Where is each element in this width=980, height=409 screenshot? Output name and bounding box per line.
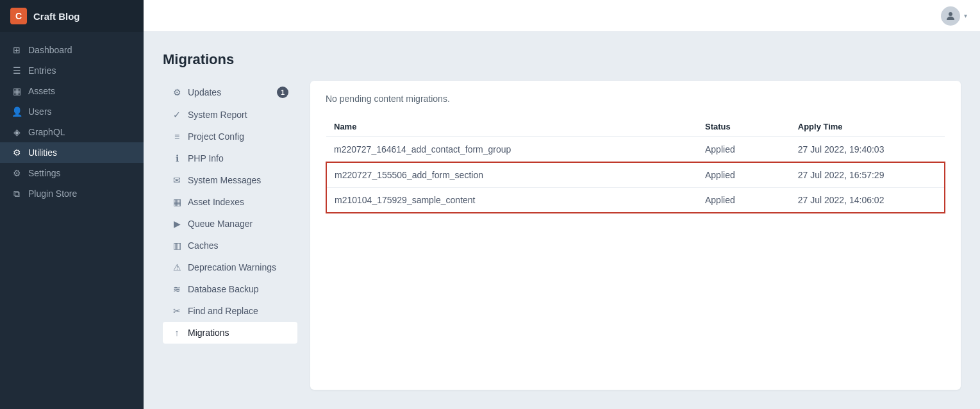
sub-nav-label-php-info: PHP Info: [188, 153, 224, 163]
sub-nav-icon-caches: ▥: [172, 240, 182, 251]
sidebar: C Craft Blog ⊞Dashboard☰Entries▦Assets👤U…: [0, 0, 144, 409]
sidebar-item-graphql[interactable]: ◈GraphQL: [0, 122, 144, 142]
sub-nav-label-deprecation-warnings: Deprecation Warnings: [188, 262, 276, 272]
content-area: Migrations ⚙Updates1✓System Report≡Proje…: [144, 32, 980, 409]
migration-status: Applied: [697, 162, 790, 188]
sub-nav-item-caches[interactable]: ▥Caches: [163, 235, 297, 256]
sub-nav-item-migrations[interactable]: ↑Migrations: [163, 322, 297, 344]
migration-name: m210104_175929_sample_content: [326, 188, 697, 213]
sub-nav-item-deprecation-warnings[interactable]: ⚠Deprecation Warnings: [163, 256, 297, 278]
users-icon: 👤: [12, 106, 22, 117]
sidebar-item-label-utilities: Utilities: [28, 147, 57, 158]
sidebar-item-utilities[interactable]: ⚙Utilities: [0, 142, 144, 163]
svg-point-0: [949, 12, 952, 16]
table-header-row: Name Status Apply Time: [326, 117, 945, 137]
no-pending-message: No pending content migrations.: [326, 94, 945, 104]
utilities-icon: ⚙: [12, 147, 22, 158]
sub-nav-label-project-config: Project Config: [188, 131, 244, 142]
sub-nav-badge-updates: 1: [277, 87, 288, 98]
page-body: ⚙Updates1✓System Report≡Project ConfigℹP…: [163, 81, 961, 390]
main-panel: No pending content migrations. Name Stat…: [310, 81, 961, 390]
sub-nav-item-updates[interactable]: ⚙Updates1: [163, 81, 297, 104]
user-menu[interactable]: ▾: [941, 6, 967, 26]
migration-name: m220727_164614_add_contact_form_group: [326, 137, 697, 163]
sub-nav-icon-system-messages: ✉: [172, 175, 182, 185]
sub-nav-icon-project-config: ≡: [172, 131, 182, 142]
migration-status: Applied: [697, 137, 790, 163]
col-header-name: Name: [326, 117, 697, 137]
sub-nav: ⚙Updates1✓System Report≡Project ConfigℹP…: [163, 81, 297, 390]
page-wrapper: Migrations ⚙Updates1✓System Report≡Proje…: [163, 51, 961, 390]
user-menu-chevron: ▾: [964, 12, 967, 19]
sub-nav-icon-database-backup: ≋: [172, 284, 182, 294]
sub-nav-label-database-backup: Database Backup: [188, 284, 259, 294]
sub-nav-label-caches: Caches: [188, 240, 218, 251]
app-title: Craft Blog: [33, 11, 80, 22]
settings-icon: ⚙: [12, 168, 22, 178]
sub-nav-label-find-and-replace: Find and Replace: [188, 306, 258, 316]
main: ▾ Migrations ⚙Updates1✓System Report≡Pro…: [144, 0, 980, 409]
sidebar-item-plugin-store[interactable]: ⧉Plugin Store: [0, 183, 144, 204]
sidebar-item-entries[interactable]: ☰Entries: [0, 60, 144, 81]
migration-status: Applied: [697, 188, 790, 213]
sub-nav-icon-find-and-replace: ✂: [172, 306, 182, 316]
sub-nav-item-php-info[interactable]: ℹPHP Info: [163, 147, 297, 169]
sidebar-item-users[interactable]: 👤Users: [0, 101, 144, 122]
migration-apply-time: 27 Jul 2022, 16:57:29: [790, 162, 945, 188]
sub-nav-icon-deprecation-warnings: ⚠: [172, 262, 182, 272]
sub-nav-item-database-backup[interactable]: ≋Database Backup: [163, 278, 297, 300]
sub-nav-label-updates: Updates: [188, 87, 221, 97]
sidebar-item-settings[interactable]: ⚙Settings: [0, 163, 144, 183]
sub-nav-item-queue-manager[interactable]: ▶Queue Manager: [163, 213, 297, 235]
sidebar-item-label-graphql: GraphQL: [28, 127, 65, 137]
sub-nav-item-project-config[interactable]: ≡Project Config: [163, 126, 297, 147]
table-row: m210104_175929_sample_contentApplied27 J…: [326, 188, 945, 213]
sidebar-item-label-dashboard: Dashboard: [28, 45, 72, 55]
sidebar-header: C Craft Blog: [0, 0, 144, 32]
sidebar-item-label-assets: Assets: [28, 86, 55, 96]
graphql-icon: ◈: [12, 127, 22, 137]
page-title: Migrations: [163, 51, 961, 68]
sub-nav-icon-asset-indexes: ▦: [172, 197, 182, 207]
migrations-table: Name Status Apply Time m220727_164614_ad…: [326, 117, 945, 213]
assets-icon: ▦: [12, 86, 22, 96]
sub-nav-label-migrations: Migrations: [188, 328, 229, 338]
sub-nav-label-system-messages: System Messages: [188, 175, 261, 185]
sidebar-item-label-settings: Settings: [28, 168, 61, 178]
plugin-store-icon: ⧉: [12, 188, 22, 199]
sub-nav-label-system-report: System Report: [188, 110, 247, 120]
sub-nav-label-queue-manager: Queue Manager: [188, 219, 253, 229]
sub-nav-icon-migrations: ↑: [172, 328, 182, 338]
app-icon: C: [10, 8, 27, 24]
sub-nav-item-find-and-replace[interactable]: ✂Find and Replace: [163, 300, 297, 322]
sub-nav-icon-system-report: ✓: [172, 110, 182, 120]
sidebar-item-assets[interactable]: ▦Assets: [0, 81, 144, 101]
sub-nav-item-system-report[interactable]: ✓System Report: [163, 104, 297, 126]
avatar: [941, 6, 960, 26]
topbar: ▾: [144, 0, 980, 32]
table-row: m220727_164614_add_contact_form_groupApp…: [326, 137, 945, 163]
table-row: m220727_155506_add_form_sectionApplied27…: [326, 162, 945, 188]
sub-nav-icon-queue-manager: ▶: [172, 219, 182, 229]
sub-nav-item-system-messages[interactable]: ✉System Messages: [163, 169, 297, 191]
sidebar-nav: ⊞Dashboard☰Entries▦Assets👤Users◈GraphQL⚙…: [0, 32, 144, 409]
col-header-status: Status: [697, 117, 790, 137]
sub-nav-icon-php-info: ℹ: [172, 153, 182, 163]
sidebar-item-dashboard[interactable]: ⊞Dashboard: [0, 40, 144, 60]
migration-apply-time: 27 Jul 2022, 19:40:03: [790, 137, 945, 163]
migration-apply-time: 27 Jul 2022, 14:06:02: [790, 188, 945, 213]
dashboard-icon: ⊞: [12, 45, 22, 55]
sub-nav-item-asset-indexes[interactable]: ▦Asset Indexes: [163, 191, 297, 213]
sidebar-item-label-users: Users: [28, 106, 52, 117]
entries-icon: ☰: [12, 65, 22, 76]
sub-nav-icon-updates: ⚙: [172, 87, 182, 97]
migration-name: m220727_155506_add_form_section: [326, 162, 697, 188]
sidebar-item-label-plugin-store: Plugin Store: [28, 188, 77, 199]
table-head: Name Status Apply Time: [326, 117, 945, 137]
sub-nav-label-asset-indexes: Asset Indexes: [188, 197, 244, 207]
col-header-apply-time: Apply Time: [790, 117, 945, 137]
sidebar-item-label-entries: Entries: [28, 65, 56, 76]
table-body: m220727_164614_add_contact_form_groupApp…: [326, 137, 945, 213]
